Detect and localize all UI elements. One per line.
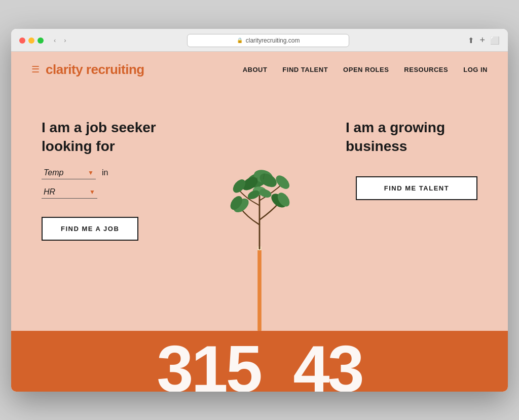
- type-select[interactable]: Temp Permanent Contract: [42, 166, 96, 179]
- browser-chrome: ‹ › 🔒 clarityrecruiting.com ⬆ + ⬜: [11, 29, 508, 52]
- lock-icon: 🔒: [237, 37, 243, 43]
- nav-link-resources[interactable]: RESOURCES: [404, 66, 448, 73]
- new-tab-icon[interactable]: +: [479, 35, 485, 46]
- stats-numbers: 315 43: [157, 336, 362, 392]
- left-column: I am a job seeker looking for Temp Perma…: [42, 88, 260, 261]
- dot-close[interactable]: [19, 37, 25, 44]
- nav-link-open-roles[interactable]: OPEN ROLES: [343, 66, 389, 73]
- forward-button[interactable]: ›: [62, 35, 68, 45]
- nav-logo-area: ☰ clarity recruiting: [31, 62, 144, 78]
- find-job-button[interactable]: FIND ME A JOB: [42, 217, 138, 241]
- site-content: ☰ clarity recruiting ABOUT FIND TALENT O…: [11, 52, 508, 392]
- browser-controls: ‹ ›: [52, 35, 68, 45]
- type-select-wrapper: Temp Permanent Contract ▼: [42, 166, 96, 179]
- address-bar[interactable]: 🔒 clarityrecruiting.com: [187, 34, 349, 47]
- right-column: I am a growing business FIND ME TALENT: [260, 88, 477, 221]
- share-icon[interactable]: ⬆: [468, 36, 474, 45]
- browser-window: ‹ › 🔒 clarityrecruiting.com ⬆ + ⬜ ☰ clar…: [11, 29, 508, 392]
- nav-links: ABOUT FIND TALENT OPEN ROLES RESOURCES L…: [243, 66, 488, 73]
- nav-link-about[interactable]: ABOUT: [243, 66, 268, 73]
- field-select[interactable]: HR Finance Marketing Technology: [42, 185, 97, 199]
- nav-link-login[interactable]: LOG IN: [463, 66, 488, 73]
- filter-connector: in: [102, 168, 108, 177]
- nav-link-find-talent[interactable]: FIND TALENT: [282, 66, 328, 73]
- find-talent-button[interactable]: FIND ME TALENT: [356, 176, 477, 200]
- orange-section: 315 43: [11, 331, 508, 392]
- browser-dots: [19, 37, 44, 44]
- dot-minimize[interactable]: [28, 37, 34, 44]
- filter-row-2: HR Finance Marketing Technology ▼: [42, 185, 260, 199]
- browser-actions: ⬆ + ⬜: [468, 35, 500, 46]
- back-button[interactable]: ‹: [52, 35, 58, 45]
- seeker-title: I am a job seeker looking for: [42, 118, 260, 157]
- hero-section: I am a job seeker looking for Temp Perma…: [11, 88, 508, 331]
- browser-addressbar: 🔒 clarityrecruiting.com: [73, 34, 463, 47]
- dot-maximize[interactable]: [38, 37, 44, 44]
- filter-row-1: Temp Permanent Contract ▼ in: [42, 166, 260, 179]
- field-select-wrapper: HR Finance Marketing Technology ▼: [42, 185, 97, 199]
- navbar: ☰ clarity recruiting ABOUT FIND TALENT O…: [11, 52, 508, 88]
- tabs-icon[interactable]: ⬜: [490, 36, 500, 45]
- url-text: clarityrecruiting.com: [246, 37, 300, 44]
- business-title: I am a growing business: [346, 118, 477, 157]
- logo-text[interactable]: clarity recruiting: [46, 62, 144, 78]
- hamburger-icon[interactable]: ☰: [31, 64, 40, 75]
